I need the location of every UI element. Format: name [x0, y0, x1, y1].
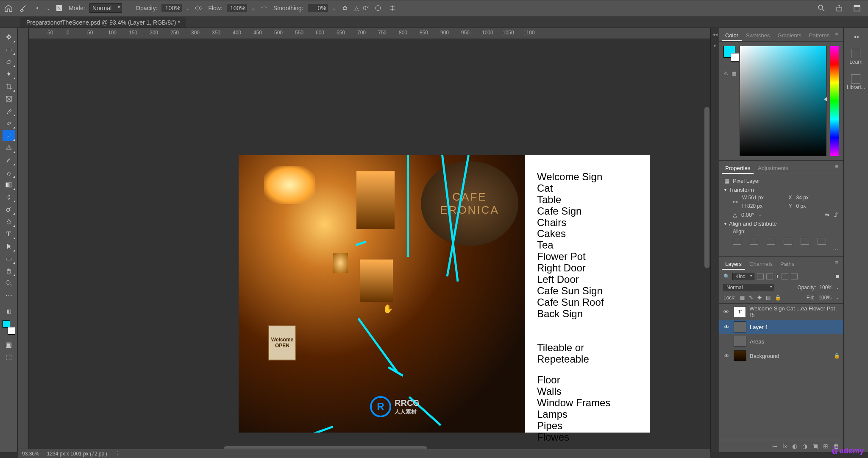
filter-toggle[interactable]: [836, 275, 839, 278]
background-color[interactable]: [8, 327, 15, 335]
x-input[interactable]: 34 px: [796, 195, 839, 201]
layer-name[interactable]: Layer 1: [750, 324, 768, 330]
layer-fx-icon[interactable]: fx: [782, 443, 787, 450]
collapse-arrow-icon[interactable]: ◂◂: [854, 34, 859, 39]
color-field[interactable]: [740, 46, 826, 156]
layer-name[interactable]: Welcome Sign Cat ...ea Flower Pot Ri: [749, 305, 840, 318]
smoothing-chev-icon[interactable]: ⌄: [332, 6, 336, 11]
zoom-tool[interactable]: [3, 277, 15, 289]
zoom-readout[interactable]: 93.36%: [22, 451, 39, 457]
dodge-tool[interactable]: [3, 204, 15, 215]
align-section[interactable]: Align and Distribute: [724, 221, 838, 227]
flip-v-icon[interactable]: ⇵: [834, 212, 838, 218]
transform-section[interactable]: Transform: [724, 187, 838, 193]
panel-menu-icon[interactable]: ≡: [835, 31, 841, 41]
frame-tool[interactable]: [3, 93, 15, 104]
home-icon[interactable]: [3, 3, 14, 13]
more-options-icon[interactable]: ⋯: [724, 246, 838, 253]
hue-slider[interactable]: [830, 46, 839, 156]
filter-type-icon[interactable]: T: [776, 274, 779, 280]
crop-tool[interactable]: [3, 81, 15, 92]
gradient-tool[interactable]: [3, 179, 15, 190]
group-icon[interactable]: ▣: [812, 443, 818, 450]
doc-info[interactable]: 1234 px x 1001 px (72 ppi): [47, 451, 107, 457]
visibility-toggle[interactable]: 👁: [723, 309, 730, 315]
link-wh-icon[interactable]: ⊶: [733, 199, 738, 205]
brush-tool[interactable]: [3, 130, 15, 141]
lock-trans-icon[interactable]: ▦: [740, 295, 745, 301]
layer-name[interactable]: Areas: [750, 338, 764, 345]
visibility-toggle[interactable]: 👁: [723, 324, 730, 330]
brush-size-chev-icon[interactable]: ⌄: [47, 6, 50, 11]
blend-mode-select[interactable]: Normal: [723, 284, 774, 291]
screenmode-icon[interactable]: ⬚: [3, 351, 15, 363]
shape-tool[interactable]: ▭: [3, 253, 15, 264]
tab-color[interactable]: Color: [722, 31, 742, 41]
height-input[interactable]: 820 px: [747, 203, 762, 209]
pen-tool[interactable]: [3, 216, 15, 227]
tab-patterns[interactable]: Patterns: [806, 31, 833, 41]
brush-size-icon[interactable]: •: [32, 3, 42, 13]
tab-paths[interactable]: Paths: [777, 259, 798, 270]
y-input[interactable]: 0 px: [796, 203, 839, 209]
layer-row[interactable]: 👁TWelcome Sign Cat ...ea Flower Pot Ri: [719, 304, 843, 320]
color-bg-swatch[interactable]: [731, 53, 739, 61]
edit-toolbar-icon[interactable]: ⋯: [3, 290, 15, 301]
airbrush-icon[interactable]: [259, 3, 269, 13]
align-vcenter-icon[interactable]: [801, 238, 809, 245]
filter-search-icon[interactable]: 🔍: [723, 274, 730, 279]
filter-shape-icon[interactable]: [782, 274, 788, 279]
symmetry-icon[interactable]: [387, 3, 398, 13]
smoothing-input[interactable]: 0%: [308, 4, 328, 12]
quickmask-icon[interactable]: ▣: [3, 339, 15, 350]
flow-input[interactable]: 100%: [227, 4, 247, 12]
smoothing-gear-icon[interactable]: ✿: [340, 3, 350, 13]
blur-tool[interactable]: [3, 191, 15, 203]
layer-row[interactable]: Areas: [719, 334, 843, 349]
type-tool[interactable]: T: [3, 228, 15, 240]
layer-opacity-input[interactable]: 100%: [819, 285, 832, 290]
layer-row[interactable]: 👁Layer 1: [719, 320, 843, 334]
align-top-icon[interactable]: [784, 238, 792, 245]
filter-kind-select[interactable]: Kind: [732, 273, 754, 280]
angle-input[interactable]: 0°: [363, 5, 369, 11]
lock-nest-icon[interactable]: ▤: [766, 295, 771, 301]
tab-properties[interactable]: Properties: [722, 163, 754, 174]
libraries-panel-button[interactable]: Librari...: [847, 74, 865, 90]
mode-select[interactable]: Normal: [89, 3, 122, 13]
workspace-icon[interactable]: [852, 3, 862, 13]
move-tool[interactable]: ✥: [3, 31, 15, 43]
rotation-input[interactable]: 0.00°: [741, 212, 754, 218]
layer-row[interactable]: 👁Background🔒: [719, 349, 843, 363]
filter-smart-icon[interactable]: [791, 274, 798, 279]
align-right-icon[interactable]: [767, 238, 775, 245]
default-colors-icon[interactable]: ◧: [3, 305, 15, 317]
lasso-tool[interactable]: [3, 56, 15, 67]
lock-paint-icon[interactable]: ✎: [749, 295, 753, 301]
path-select-tool[interactable]: [3, 240, 15, 252]
align-left-icon[interactable]: [733, 238, 741, 245]
color-swatches[interactable]: [3, 320, 15, 335]
panel-menu-icon[interactable]: ≡: [835, 259, 841, 270]
history-brush-tool[interactable]: [3, 154, 15, 166]
panel-menu-icon[interactable]: ≡: [835, 163, 841, 174]
link-layers-icon[interactable]: ⊶: [771, 443, 777, 450]
layer-thumb[interactable]: [734, 336, 746, 347]
heal-tool[interactable]: [3, 117, 15, 129]
pressure-size-icon[interactable]: [373, 3, 383, 13]
learn-panel-button[interactable]: Learn: [849, 49, 862, 65]
flow-chev-icon[interactable]: ⌄: [251, 6, 255, 11]
tab-channels[interactable]: Channels: [746, 259, 776, 270]
eyedropper-tool[interactable]: [3, 105, 15, 117]
pressure-opacity-icon[interactable]: [194, 3, 204, 13]
lock-pos-icon[interactable]: ✥: [757, 295, 762, 301]
search-icon[interactable]: [816, 3, 826, 13]
width-input[interactable]: 561 px: [748, 195, 764, 201]
flip-h-icon[interactable]: ⇋: [825, 212, 829, 218]
layer-thumb[interactable]: [734, 321, 746, 332]
eraser-tool[interactable]: [3, 167, 15, 178]
layer-mask-icon[interactable]: ◐: [792, 443, 797, 450]
visibility-toggle[interactable]: 👁: [723, 353, 730, 359]
filter-pixel-icon[interactable]: [757, 274, 764, 279]
filter-adjust-icon[interactable]: [766, 274, 773, 279]
